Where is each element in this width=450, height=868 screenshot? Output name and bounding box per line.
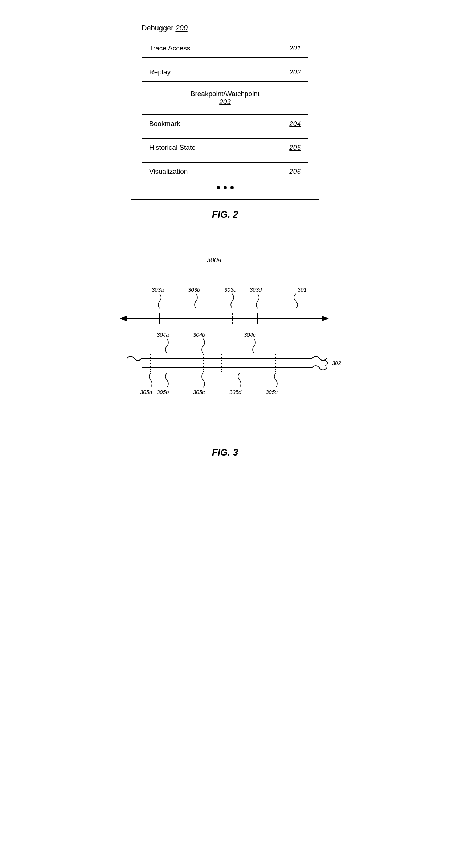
label-303c: 303c: [224, 287, 236, 293]
squiggle-right-top: [312, 356, 327, 361]
module-breakpoint: Breakpoint/Watchpoint 203: [142, 87, 308, 109]
fig3-diagram-label: 300a: [207, 256, 221, 264]
debugger-num: 200: [175, 24, 187, 32]
brace-305b: [165, 373, 168, 387]
module-label-bookmark: Bookmark: [149, 120, 180, 128]
module-num-vis: 206: [289, 168, 301, 176]
label-305e: 305e: [266, 389, 278, 395]
arrow-right-301: [322, 316, 329, 321]
brace-303d: [256, 294, 259, 308]
fig3-section: 300a 303a 303b 303c 303d 301: [98, 256, 352, 458]
brace-304a: [165, 339, 168, 353]
debugger-label: Debugger: [142, 24, 173, 32]
label-303d: 303d: [250, 287, 262, 293]
label-305c: 305c: [193, 389, 205, 395]
module-num-historical: 205: [289, 144, 301, 152]
label-305b: 305b: [157, 389, 169, 395]
fig3-diagram-svg: 303a 303b 303c 303d 301 302: [98, 286, 352, 438]
fig2-caption: FIG. 2: [212, 209, 238, 220]
brace-303c: [231, 294, 234, 308]
brace-305d: [238, 373, 241, 387]
dot-2: [224, 186, 227, 189]
brace-303b: [195, 294, 197, 308]
module-num-bookmark: 204: [289, 120, 301, 128]
module-label-vis: Visualization: [149, 168, 188, 176]
label-303a: 303a: [152, 287, 164, 293]
module-historical: Historical State 205: [142, 138, 308, 157]
brace-303a: [158, 294, 161, 308]
dots-row: [142, 186, 308, 189]
module-bookmark: Bookmark 204: [142, 114, 308, 133]
brace-302: [325, 360, 328, 366]
dot-1: [217, 186, 220, 189]
label-305a: 305a: [140, 389, 152, 395]
label-305d: 305d: [229, 389, 242, 395]
label-304c: 304c: [244, 332, 256, 338]
debugger-box: Debugger 200 Trace Access 201 Replay 202…: [131, 15, 319, 200]
fig3-caption: FIG. 3: [212, 447, 238, 458]
module-trace-access: Trace Access 201: [142, 39, 308, 58]
brace-304c: [253, 339, 255, 353]
module-label-bp: Breakpoint/Watchpoint: [191, 90, 259, 98]
module-label-replay: Replay: [149, 68, 171, 76]
fig2-section: Debugger 200 Trace Access 201 Replay 202…: [131, 15, 319, 220]
squiggle-left: [127, 356, 142, 361]
brace-304b: [202, 339, 205, 353]
brace-305a: [149, 373, 152, 387]
module-visualization: Visualization 206: [142, 162, 308, 181]
label-301: 301: [298, 287, 307, 293]
module-label-historical: Historical State: [149, 144, 196, 152]
brace-305e: [274, 373, 277, 387]
module-replay: Replay 202: [142, 63, 308, 82]
dot-3: [230, 186, 234, 189]
module-label-trace: Trace Access: [149, 44, 190, 52]
debugger-title: Debugger 200: [142, 24, 308, 32]
module-num-trace: 201: [289, 44, 301, 52]
brace-305c: [202, 373, 205, 387]
label-304b: 304b: [193, 332, 205, 338]
label-303b: 303b: [188, 287, 200, 293]
brace-301: [294, 294, 298, 308]
squiggle-right-bottom: [312, 366, 327, 370]
label-304a: 304a: [157, 332, 169, 338]
label-302: 302: [332, 360, 341, 366]
module-num-bp: 203: [219, 98, 231, 106]
module-num-replay: 202: [289, 68, 301, 76]
